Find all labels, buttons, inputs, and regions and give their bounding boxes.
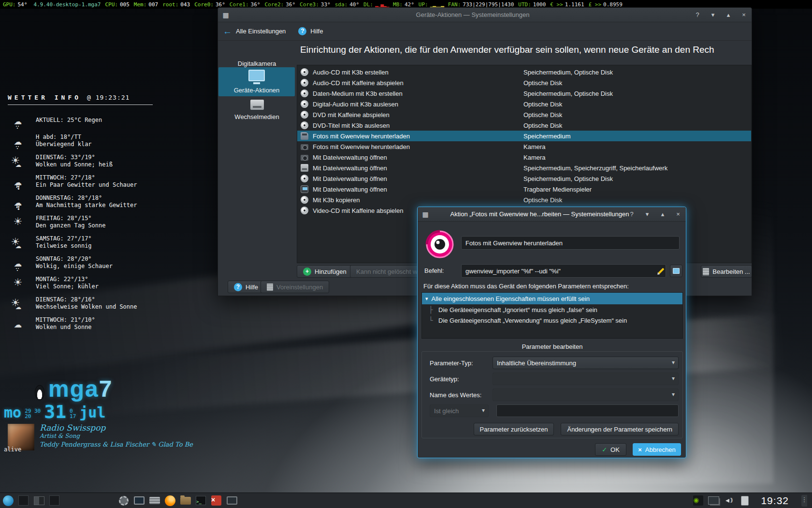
action-type-icon xyxy=(301,175,308,182)
command-input[interactable] xyxy=(461,264,666,278)
weather-header: WETTER INFO @ 19:23:21 xyxy=(8,94,153,105)
edit-document-icon xyxy=(703,268,709,275)
weather-title: WETTER INFO xyxy=(8,94,81,101)
action-type-icon xyxy=(301,68,308,76)
device-action-row[interactable]: Fotos mit Gwenview herunterladen Kamera xyxy=(297,141,751,152)
expander-icon[interactable]: ▾ xyxy=(425,296,428,302)
system-stat: GPU: 54° xyxy=(3,1,27,8)
task-systemsettings[interactable] xyxy=(117,494,130,507)
tray-volume-icon[interactable] xyxy=(723,494,735,507)
device-action-row[interactable]: Audio-CD mit K3b erstellen Speichermediu… xyxy=(297,67,751,77)
day-number-text: 31 xyxy=(44,404,66,419)
weather-day-temps: DONNERSTAG: 28°/18° xyxy=(36,194,137,201)
app-icon: ▦ xyxy=(421,210,429,218)
task-file-manager[interactable] xyxy=(179,494,191,507)
parameter-combo: ▾ xyxy=(493,388,679,401)
minimize-icon[interactable]: ▾ xyxy=(643,210,651,218)
add-action-button[interactable]: + Hinzufügen xyxy=(297,265,353,278)
task-monitor-app[interactable] xyxy=(133,494,145,507)
action-name-input[interactable] xyxy=(461,236,680,250)
logo-version: 7 xyxy=(99,378,112,400)
sidebar-item-digitalkamera[interactable]: Digitalkamera xyxy=(218,60,296,67)
cross-icon: × xyxy=(638,446,642,453)
action-type-icon xyxy=(301,185,308,193)
action-type-icon xyxy=(301,196,308,204)
task-input-settings[interactable] xyxy=(148,494,160,507)
logo-text: mga xyxy=(48,378,99,400)
reset-parameters-button[interactable]: Parameter zurücksetzen xyxy=(474,423,554,435)
system-stat: MB: 42° xyxy=(393,1,414,8)
system-stat: Core0: 36° xyxy=(194,1,225,8)
toolbar-help-button[interactable]: ? Hilfe xyxy=(298,27,323,35)
weather-entry: DONNERSTAG: 28°/18° Am Nachmittag starke… xyxy=(8,194,153,209)
window-titlebar[interactable]: ▦ Geräte-Aktionen — Systemeinstellungen … xyxy=(218,8,752,22)
dialog-titlebar[interactable]: ▦ Aktion „Fotos mit Gwenview he...rbeite… xyxy=(418,207,686,222)
device-action-row[interactable]: DVD-Titel mit K3b auslesen Optische Disk xyxy=(297,120,751,131)
task-display-app[interactable] xyxy=(226,494,238,507)
virtual-desktop-pager[interactable] xyxy=(33,494,45,507)
weather-day-temps: FREITAG: 28°/15° xyxy=(36,215,106,222)
panel-toolbox-button[interactable] xyxy=(798,494,810,507)
show-desktop-button[interactable] xyxy=(17,494,29,507)
taskbar-clock[interactable]: 19:32 xyxy=(761,495,789,507)
device-action-row[interactable]: Mit K3b kopieren Optische Disk xyxy=(297,194,751,205)
device-action-row[interactable]: Audio-CD mit Kaffeine abspielen Optische… xyxy=(297,77,751,88)
edit-action-button[interactable]: Bearbeiten ... xyxy=(701,265,752,278)
application-launcher-button[interactable] xyxy=(2,494,14,507)
help-titlebar-icon[interactable]: ? xyxy=(628,210,636,218)
weather-condition-icon xyxy=(8,174,28,188)
parameter-combo: ▾ xyxy=(493,373,679,385)
weather-description: Wolkig, einige Schauer xyxy=(36,263,113,269)
weather-condition-icon xyxy=(8,113,28,127)
tray-nvidia-icon[interactable] xyxy=(692,494,704,507)
task-konsole[interactable] xyxy=(195,494,207,507)
weather-day-temps: MONTAG: 22°/13° xyxy=(36,276,99,283)
help-button[interactable]: ? Hilfe xyxy=(228,281,264,293)
minimize-icon[interactable]: ▾ xyxy=(709,11,717,18)
device-action-row[interactable]: Fotos mit Gwenview herunterladen Speiche… xyxy=(297,131,751,141)
tray-clipboard-icon[interactable] xyxy=(739,494,751,507)
device-action-row[interactable]: DVD mit Kaffeine abspielen Optische Disk xyxy=(297,109,751,120)
device-action-row[interactable]: Mit Dateiverwaltung öffnen Speichermediu… xyxy=(297,163,751,173)
chevron-down-icon: ▾ xyxy=(482,407,485,414)
weather-description: Wolken und Sonne xyxy=(36,324,95,330)
task-firefox[interactable] xyxy=(164,494,176,507)
weather-condition-icon xyxy=(8,194,28,209)
system-stat: Mem: 007 xyxy=(134,1,158,8)
save-parameter-changes-button[interactable]: Änderungen der Parameter speichern xyxy=(561,423,679,435)
weather-description: Ein Paar Gewitter und Schauer xyxy=(36,181,137,188)
maximize-icon[interactable]: ▴ xyxy=(725,11,732,18)
device-action-row[interactable]: Mit Dateiverwaltung öffnen Kamera xyxy=(297,152,751,163)
check-icon: ✓ xyxy=(602,446,607,453)
activity-switcher-button[interactable] xyxy=(48,494,60,507)
ok-button[interactable]: ✓ OK xyxy=(595,443,626,456)
weather-condition-icon xyxy=(8,153,28,168)
command-label: Befehl: xyxy=(424,267,444,274)
tray-display-config-icon[interactable] xyxy=(708,494,720,507)
device-action-row[interactable]: Mit Dateiverwaltung öffnen Tragbarer Med… xyxy=(297,184,751,194)
device-action-row[interactable]: Mit Dateiverwaltung öffnen Speichermediu… xyxy=(297,173,751,184)
system-stat: FAN: 733|229|795|1430 xyxy=(448,1,514,8)
system-stat: Core1: 36° xyxy=(230,1,261,8)
back-to-all-settings-button[interactable]: ← Alle Einstellungen xyxy=(223,28,286,35)
close-icon[interactable]: × xyxy=(740,11,748,18)
system-stat: root: 043 xyxy=(162,1,190,8)
value-input[interactable] xyxy=(496,404,679,417)
command-browse-button[interactable] xyxy=(670,265,682,277)
help-icon: ? xyxy=(234,283,242,291)
sidebar-item-geraete-aktionen[interactable]: Geräte-Aktionen xyxy=(218,67,295,96)
device-action-row[interactable]: Daten-Medium mit K3b erstellen Speicherm… xyxy=(297,88,751,99)
maximize-icon[interactable]: ▴ xyxy=(659,210,667,218)
device-action-row[interactable]: Digital-Audio mit K3b auslesen Optische … xyxy=(297,99,751,109)
radio-track: Teddy Pendergrass & Lisa Fischer ✎ Glad … xyxy=(40,440,193,448)
parameter-combo[interactable]: Inhaltliche Übereinstimmung ▾ xyxy=(493,357,679,369)
task-red-app[interactable] xyxy=(210,494,222,507)
parameter-tree-root[interactable]: ▾ Alle eingeschlossenen Eigenschaften mü… xyxy=(422,293,682,304)
close-icon[interactable]: × xyxy=(674,210,682,218)
help-titlebar-icon[interactable]: ? xyxy=(694,11,701,18)
system-stat: 4.9.40-desktop-1.mga7 xyxy=(31,1,101,8)
parameter-tree-item[interactable]: Die Geräteeigenschaft „Ignoriert“ muss g… xyxy=(422,304,682,315)
cancel-button[interactable]: × Abbrechen xyxy=(633,443,681,456)
weather-condition-icon xyxy=(8,316,28,330)
parameter-tree-item[interactable]: Die Geräteeigenschaft „Verwendung“ muss … xyxy=(422,315,682,326)
